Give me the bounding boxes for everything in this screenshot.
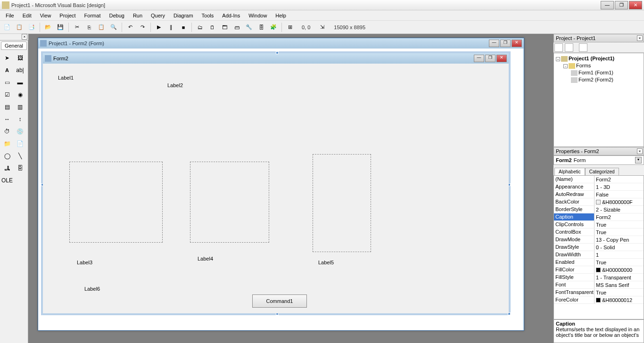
paste-button[interactable]: 📋 bbox=[96, 22, 107, 33]
project-pane-close[interactable]: × bbox=[637, 35, 643, 41]
property-row-fillcolor[interactable]: FillColor&H00000000 bbox=[554, 266, 644, 274]
open-button[interactable]: 📂 bbox=[43, 22, 53, 33]
property-row-drawstyle[interactable]: DrawStyle0 - Solid bbox=[554, 244, 644, 251]
property-row-fillstyle[interactable]: FillStyle1 - Transparent bbox=[554, 274, 644, 281]
design-surface[interactable]: Form2 — ❐ ✕ Label1 Label2 Label3 bbox=[38, 49, 523, 330]
property-row-forecolor[interactable]: ForeColor&H80000012 bbox=[554, 296, 644, 304]
maximize-button[interactable]: ❐ bbox=[615, 1, 628, 9]
property-row-enabled[interactable]: EnabledTrue bbox=[554, 259, 644, 266]
label5[interactable]: Label5 bbox=[318, 260, 334, 265]
child-minimize[interactable]: — bbox=[489, 40, 499, 47]
menu-tools[interactable]: Tools bbox=[198, 12, 218, 19]
toggle-folders-button[interactable] bbox=[579, 43, 587, 52]
property-row-autoredraw[interactable]: AutoRedrawFalse bbox=[554, 191, 644, 198]
drivelistbox-tool[interactable]: 💿 bbox=[15, 126, 25, 137]
property-row-fonttransparent[interactable]: FontTransparentTrue bbox=[554, 289, 644, 296]
add-form-button[interactable]: 📋 bbox=[14, 22, 25, 33]
command1-button[interactable]: Command1 bbox=[252, 294, 307, 308]
minimize-button[interactable]: — bbox=[601, 1, 614, 9]
properties-button[interactable]: 🗒 bbox=[207, 22, 217, 33]
tree-forms-folder[interactable]: Forms bbox=[576, 63, 591, 68]
close-button[interactable]: ✕ bbox=[629, 1, 642, 9]
shape-tool[interactable]: ◯ bbox=[2, 151, 12, 161]
data-tool[interactable]: 🗄 bbox=[15, 163, 25, 173]
ole-tool[interactable]: OLE bbox=[2, 175, 12, 186]
menu-query[interactable]: Query bbox=[147, 12, 169, 19]
add-project-button[interactable]: 📄 bbox=[2, 22, 12, 33]
hscrollbar-tool[interactable]: ↔ bbox=[2, 114, 12, 124]
commandbutton-tool[interactable]: ▬ bbox=[15, 77, 25, 88]
child-maximize[interactable]: ❐ bbox=[500, 40, 511, 47]
menu-run[interactable]: Run bbox=[129, 12, 146, 19]
find-button[interactable]: 🔍 bbox=[108, 22, 119, 33]
break-button[interactable]: ‖ bbox=[166, 22, 176, 33]
property-row-backcolor[interactable]: BackColor&H8000000F bbox=[554, 198, 644, 206]
image-tool[interactable]: 🏞 bbox=[2, 163, 12, 173]
menu-diagram[interactable]: Diagram bbox=[170, 12, 197, 19]
label6[interactable]: Label6 bbox=[84, 286, 100, 292]
property-object-selector[interactable]: Form2Form ▾ bbox=[553, 155, 644, 165]
view-code-button[interactable] bbox=[554, 43, 563, 52]
listbox-tool[interactable]: ▥ bbox=[15, 102, 25, 112]
chevron-down-icon[interactable]: ▾ bbox=[635, 157, 642, 163]
property-grid[interactable]: (Name)Form2Appearance1 - 3DAutoRedrawFal… bbox=[553, 175, 644, 319]
frame-tool[interactable]: ▭ bbox=[2, 77, 12, 88]
filelistbox-tool[interactable]: 📄 bbox=[15, 139, 25, 149]
property-row-font[interactable]: FontMS Sans Serif bbox=[554, 281, 644, 289]
data-view-button[interactable]: 🗄 bbox=[256, 22, 266, 33]
child-close[interactable]: ✕ bbox=[512, 40, 522, 47]
menu-format[interactable]: Format bbox=[81, 12, 105, 19]
property-row-drawwidth[interactable]: DrawWidth1 bbox=[554, 251, 644, 259]
property-row-name[interactable]: (Name)Form2 bbox=[554, 176, 644, 183]
tab-alphabetic[interactable]: Alphabetic bbox=[554, 168, 585, 175]
tab-categorized[interactable]: Categorized bbox=[585, 168, 619, 175]
properties-pane-close[interactable]: × bbox=[637, 148, 643, 154]
menu-debug[interactable]: Debug bbox=[105, 12, 128, 19]
property-row-drawmode[interactable]: DrawMode13 - Copy Pen bbox=[554, 236, 644, 244]
redo-button[interactable]: ↷ bbox=[137, 22, 148, 33]
property-row-appearance[interactable]: Appearance1 - 3D bbox=[554, 183, 644, 191]
menu-edit[interactable]: Edit bbox=[19, 12, 35, 19]
form2-designer[interactable]: Form2 — ❐ ✕ Label1 Label2 Label3 bbox=[41, 51, 511, 315]
start-button[interactable]: ▶ bbox=[154, 22, 164, 33]
optionbutton-tool[interactable]: ◉ bbox=[15, 90, 25, 100]
menu-addins[interactable]: Add-Ins bbox=[218, 12, 244, 19]
image3[interactable] bbox=[313, 154, 371, 252]
copy-button[interactable]: ⎘ bbox=[84, 22, 94, 33]
tree-form1[interactable]: Form1 (Form1) bbox=[578, 70, 613, 75]
combobox-tool[interactable]: ▤ bbox=[2, 102, 12, 112]
undo-button[interactable]: ↶ bbox=[125, 22, 135, 33]
menu-project[interactable]: Project bbox=[56, 12, 79, 19]
image2[interactable] bbox=[190, 162, 269, 243]
property-row-controlbox[interactable]: ControlBoxTrue bbox=[554, 229, 644, 236]
menu-view[interactable]: View bbox=[36, 12, 55, 19]
pointer-tool[interactable]: ➤ bbox=[2, 53, 12, 63]
project-tree[interactable]: -Project1 (Project1) -Forms Form1 (Form1… bbox=[553, 53, 644, 147]
line-tool[interactable]: ╲ bbox=[15, 151, 25, 161]
project-explorer-button[interactable]: 🗂 bbox=[195, 22, 205, 33]
timer-tool[interactable]: ⏱ bbox=[2, 126, 12, 137]
menu-editor-button[interactable]: 📑 bbox=[26, 22, 37, 33]
save-button[interactable]: 💾 bbox=[55, 22, 66, 33]
object-browser-button[interactable]: 🗃 bbox=[231, 22, 242, 33]
tree-form2[interactable]: Form2 (Form2) bbox=[578, 77, 613, 82]
property-row-clipcontrols[interactable]: ClipControlsTrue bbox=[554, 221, 644, 229]
textbox-tool[interactable]: ab| bbox=[15, 65, 25, 75]
label2[interactable]: Label2 bbox=[167, 82, 183, 88]
property-row-borderstyle[interactable]: BorderStyle2 - Sizable bbox=[554, 206, 644, 213]
label4[interactable]: Label4 bbox=[198, 256, 213, 261]
property-row-caption[interactable]: CaptionForm2 bbox=[554, 213, 644, 221]
dirlistbox-tool[interactable]: 📁 bbox=[2, 139, 12, 149]
toolbox-tab-general[interactable]: General bbox=[1, 41, 27, 50]
label-tool[interactable]: A bbox=[2, 65, 12, 75]
label1[interactable]: Label1 bbox=[58, 75, 74, 81]
picturebox-tool[interactable]: 🖼 bbox=[15, 53, 25, 63]
vscrollbar-tool[interactable]: ↕ bbox=[15, 114, 25, 124]
image1[interactable] bbox=[69, 162, 163, 243]
checkbox-tool[interactable]: ☑ bbox=[2, 90, 12, 100]
tree-project-root[interactable]: Project1 (Project1) bbox=[569, 56, 614, 61]
end-button[interactable]: ■ bbox=[178, 22, 189, 33]
toolbox-close[interactable]: × bbox=[22, 34, 27, 40]
component-button[interactable]: 🧩 bbox=[268, 22, 279, 33]
cut-button[interactable]: ✂ bbox=[72, 22, 82, 33]
